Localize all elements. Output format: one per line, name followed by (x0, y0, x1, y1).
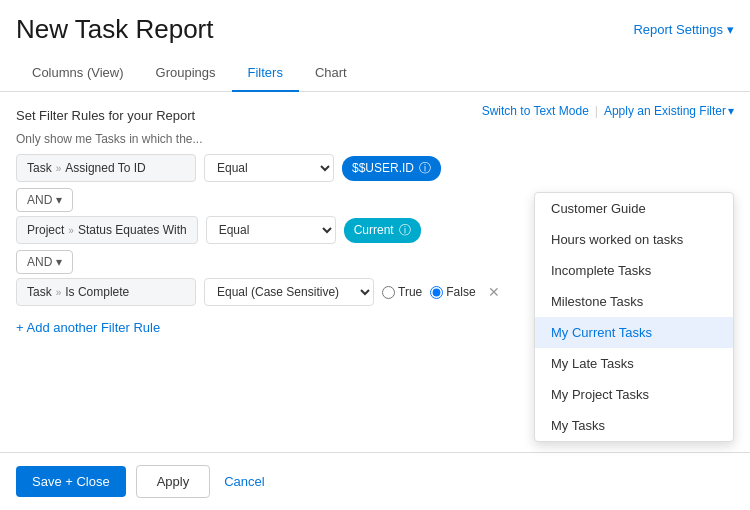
chevron-down-icon: ▾ (56, 255, 62, 269)
switch-text-mode-link[interactable]: Switch to Text Mode (482, 104, 589, 118)
chevron-down-icon: ▾ (56, 193, 62, 207)
and-label-1: AND (27, 193, 52, 207)
dropdown-item-my-late[interactable]: My Late Tasks (535, 348, 733, 379)
tab-chart[interactable]: Chart (299, 55, 363, 92)
operator-select-1[interactable]: Equal Not Equal Is Blank (204, 154, 334, 182)
report-settings-button[interactable]: Report Settings ▾ (633, 22, 734, 37)
radio-false-text: False (446, 285, 475, 299)
badge-info-icon-1[interactable]: ⓘ (419, 160, 431, 177)
only-show-text: Only show me Tasks in which the... (16, 132, 734, 146)
dropdown-item-my-current[interactable]: My Current Tasks (535, 317, 733, 348)
arrow-icon-1: » (56, 163, 62, 174)
tab-filters[interactable]: Filters (232, 55, 299, 92)
value-badge-1: $$USER.ID ⓘ (342, 156, 441, 181)
field-label-status: Status Equates With (78, 223, 187, 237)
radio-group-complete: True False ✕ (382, 284, 500, 300)
existing-filter-dropdown: Customer Guide Hours worked on tasks Inc… (534, 192, 734, 442)
dropdown-item-customer-guide[interactable]: Customer Guide (535, 193, 733, 224)
tab-groupings[interactable]: Groupings (140, 55, 232, 92)
badge-text-1: $$USER.ID (352, 161, 414, 175)
dropdown-item-my-tasks[interactable]: My Tasks (535, 410, 733, 441)
radio-true-text: True (398, 285, 422, 299)
close-filter-3-icon[interactable]: ✕ (488, 284, 500, 300)
operator-select-2[interactable]: Equal Not Equal (206, 216, 336, 244)
radio-false[interactable] (430, 286, 443, 299)
pipe-divider: | (595, 104, 598, 118)
dropdown-item-milestone[interactable]: Milestone Tasks (535, 286, 733, 317)
filter-field-3[interactable]: Task » Is Complete (16, 278, 196, 306)
filter-field-2[interactable]: Project » Status Equates With (16, 216, 198, 244)
radio-false-label[interactable]: False (430, 285, 475, 299)
cancel-button[interactable]: Cancel (220, 466, 268, 497)
apply-existing-filter-button[interactable]: Apply an Existing Filter ▾ (604, 104, 734, 118)
and-button-2[interactable]: AND ▾ (16, 250, 73, 274)
and-label-2: AND (27, 255, 52, 269)
radio-true-label[interactable]: True (382, 285, 422, 299)
tab-bar: Columns (View) Groupings Filters Chart (0, 55, 750, 92)
filter-title: Set Filter Rules for your Report (16, 108, 195, 123)
apply-existing-label: Apply an Existing Filter (604, 104, 726, 118)
field-label-assigned: Assigned To ID (65, 161, 146, 175)
main-content: Set Filter Rules for your Report Switch … (0, 92, 750, 442)
dropdown-item-my-project[interactable]: My Project Tasks (535, 379, 733, 410)
arrow-icon-3: » (56, 287, 62, 298)
field-label-project: Project (27, 223, 64, 237)
add-filter-link[interactable]: + Add another Filter Rule (16, 320, 160, 335)
page-title: New Task Report (16, 14, 214, 45)
report-settings-label: Report Settings (633, 22, 723, 37)
chevron-down-icon: ▾ (728, 104, 734, 118)
filter-actions-bar: Switch to Text Mode | Apply an Existing … (482, 104, 734, 118)
dropdown-item-incomplete[interactable]: Incomplete Tasks (535, 255, 733, 286)
badge-info-icon-2[interactable]: ⓘ (399, 222, 411, 239)
filter-field-1[interactable]: Task » Assigned To ID (16, 154, 196, 182)
header: New Task Report Report Settings ▾ (0, 0, 750, 55)
badge-text-2: Current (354, 223, 394, 237)
field-label-task-3: Task (27, 285, 52, 299)
footer: Save + Close Apply Cancel (0, 452, 750, 510)
filter-header: Set Filter Rules for your Report Switch … (16, 104, 734, 126)
add-filter-label: + Add another Filter Rule (16, 320, 160, 335)
and-button-1[interactable]: AND ▾ (16, 188, 73, 212)
tab-columns[interactable]: Columns (View) (16, 55, 140, 92)
dropdown-item-hours-worked[interactable]: Hours worked on tasks (535, 224, 733, 255)
filter-row-1: Task » Assigned To ID Equal Not Equal Is… (16, 154, 734, 182)
save-close-button[interactable]: Save + Close (16, 466, 126, 497)
radio-true[interactable] (382, 286, 395, 299)
app-container: New Task Report Report Settings ▾ Column… (0, 0, 750, 510)
field-label-task-1: Task (27, 161, 52, 175)
apply-button[interactable]: Apply (136, 465, 211, 498)
operator-select-3[interactable]: Equal (Case Sensitive) Equal Not Equal (204, 278, 374, 306)
field-label-complete: Is Complete (65, 285, 129, 299)
value-badge-2: Current ⓘ (344, 218, 421, 243)
arrow-icon-2: » (68, 225, 74, 236)
chevron-down-icon: ▾ (727, 22, 734, 37)
